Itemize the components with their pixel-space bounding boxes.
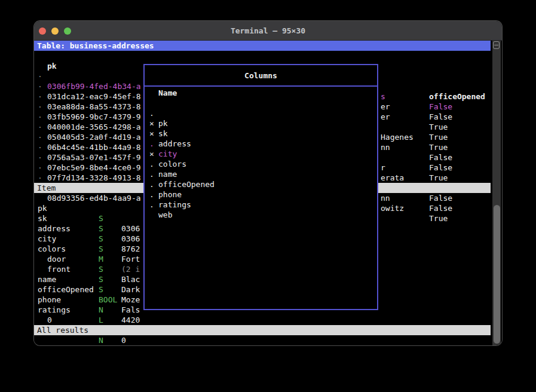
columns-list-item[interactable]: . officeOpened	[145, 159, 377, 169]
window-title: Terminal — 95×30	[231, 26, 305, 35]
split-pane-icon[interactable]	[493, 41, 500, 49]
scrollbar-thumb[interactable]	[494, 205, 500, 344]
columns-dialog: Columns Name . pk × sk	[143, 64, 378, 310]
scrollbar-track[interactable]	[492, 41, 501, 345]
attribute-value: 0	[121, 335, 126, 345]
columns-dialog-body: Name . pk × sk	[145, 87, 377, 200]
column-name-label: web	[158, 210, 172, 220]
columns-list-item[interactable]: . ratings	[145, 179, 377, 189]
columns-list-item[interactable]: . city	[145, 128, 377, 139]
columns-list-item[interactable]: × sk	[145, 108, 377, 118]
item-attribute-row[interactable]: 1 N 5	[34, 315, 491, 325]
window-titlebar: Terminal — 95×30	[34, 21, 502, 41]
attribute-type: N	[99, 335, 103, 345]
columns-list-item[interactable]: . pk	[145, 98, 377, 108]
column-visibility-marker-icon: .	[149, 200, 154, 210]
columns-list-item[interactable]: . web	[145, 189, 377, 200]
columns-list-item[interactable]: . phone	[145, 169, 377, 179]
minimize-button-icon[interactable]	[51, 27, 59, 35]
zoom-button-icon[interactable]	[64, 27, 71, 35]
table-header-row: pk city name officeOpened	[34, 51, 491, 61]
columns-list-item[interactable]: × colors	[145, 139, 377, 149]
columns-list-header: Name	[145, 88, 377, 98]
columns-list-item[interactable]: × address	[145, 118, 377, 128]
terminal-window: Terminal — 95×30 Table: business-address…	[34, 21, 502, 345]
table-name-bar: Table: business-addresses	[34, 41, 491, 51]
close-button-icon[interactable]	[39, 27, 46, 35]
status-bar: All results	[34, 325, 491, 335]
columns-list-item[interactable]: . name	[145, 149, 377, 159]
columns-dialog-title: Columns	[145, 65, 377, 87]
columns-list: . pk × sk × address	[145, 98, 377, 200]
traffic-lights	[34, 21, 76, 41]
terminal-content: Table: business-addresses pk city name o…	[34, 41, 502, 345]
